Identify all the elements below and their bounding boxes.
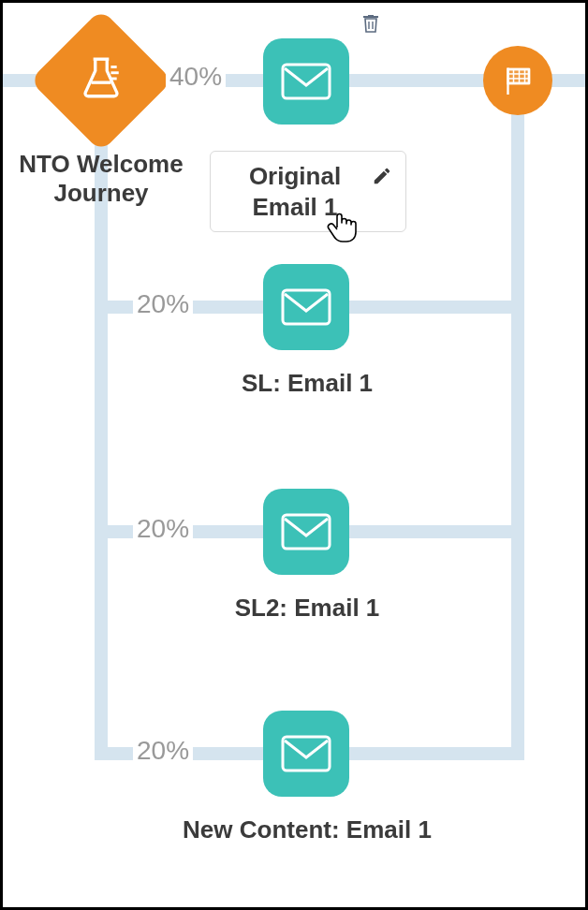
email-label-newcontent: New Content: Email 1 xyxy=(171,815,443,845)
edit-icon[interactable] xyxy=(372,163,392,194)
journey-canvas: NTO Welcome Journey 40% 20% 20% 20% Orig… xyxy=(0,0,588,910)
connector-vertical-right xyxy=(511,81,524,755)
flag-icon xyxy=(501,64,535,97)
branch-percent-4: 20% xyxy=(133,736,193,766)
branch-percent-2: 20% xyxy=(133,289,193,319)
decision-node-nto-welcome[interactable]: NTO Welcome Journey xyxy=(51,30,152,131)
email-node-sl2[interactable] xyxy=(263,489,349,575)
svg-rect-7 xyxy=(283,65,330,98)
decision-label: NTO Welcome Journey xyxy=(12,150,190,208)
email-label-sl2: SL2: Email 1 xyxy=(171,593,443,624)
goal-node[interactable] xyxy=(483,46,552,115)
branch-percent-3: 20% xyxy=(133,514,193,544)
email-label-sl1: SL: Email 1 xyxy=(171,368,443,399)
envelope-icon xyxy=(281,735,331,772)
envelope-icon xyxy=(281,288,331,326)
email-node-sl1[interactable] xyxy=(263,264,349,350)
svg-rect-19 xyxy=(283,737,330,771)
envelope-icon xyxy=(281,513,331,550)
envelope-icon xyxy=(281,63,331,100)
email-label-original[interactable]: Original Email 1 xyxy=(210,151,406,232)
svg-rect-17 xyxy=(283,290,330,324)
branch-percent-1: 40% xyxy=(166,62,226,92)
svg-rect-18 xyxy=(283,515,330,549)
cursor-pointer xyxy=(326,211,358,248)
email-node-newcontent[interactable] xyxy=(263,711,349,797)
delete-icon[interactable] xyxy=(360,11,382,39)
email-node-original[interactable] xyxy=(263,38,349,125)
flask-icon xyxy=(78,55,125,106)
